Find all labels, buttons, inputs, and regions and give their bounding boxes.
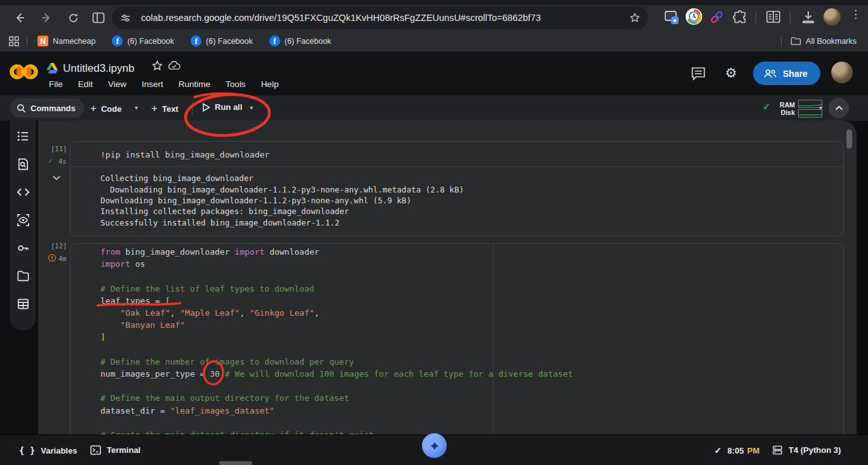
- cell1-collapse-output-button[interactable]: [53, 175, 60, 180]
- all-bookmarks-label: All Bookmarks: [806, 37, 857, 46]
- bookmark-facebook-2[interactable]: f (6) Facebook: [191, 36, 253, 46]
- share-label: Share: [783, 69, 808, 79]
- horizontal-scrollbar[interactable]: [219, 461, 252, 465]
- cell2-exec-time: 4m: [58, 255, 67, 262]
- resource-monitor[interactable]: RAM Disk: [778, 100, 822, 118]
- check-icon: ✓: [714, 445, 722, 455]
- secrets-button[interactable]: [17, 241, 30, 255]
- cell1-code[interactable]: !pip install bing_image_downloader: [71, 142, 843, 166]
- url-text[interactable]: colab.research.google.com/drive/19Q51FXC…: [141, 13, 625, 23]
- notebook-title[interactable]: Untitled3.ipynb: [63, 62, 134, 75]
- extensions-button[interactable]: [733, 10, 748, 25]
- folder-icon: [790, 36, 801, 46]
- notebook-scrollbar[interactable]: [846, 130, 852, 149]
- star-notebook-button[interactable]: [151, 60, 163, 72]
- find-replace-button[interactable]: [17, 158, 30, 171]
- bookmark-facebook-1[interactable]: f (6) Facebook: [112, 36, 174, 46]
- table-grid-icon: [17, 297, 30, 311]
- code-cell-2[interactable]: from bing_image_downloader import downlo…: [70, 243, 844, 435]
- forward-icon: [40, 11, 53, 24]
- facebook-icon: f: [269, 36, 280, 46]
- folder-icon: [17, 269, 30, 283]
- run-all-dropdown[interactable]: ▾: [250, 104, 253, 111]
- collapse-toolbar-button[interactable]: [829, 98, 849, 118]
- colab-header: Untitled3.ipynb File Edit View Insert Ru…: [0, 51, 868, 95]
- left-sidebar: [10, 121, 36, 330]
- play-icon: [202, 103, 210, 112]
- back-button[interactable]: [9, 7, 31, 29]
- colab-toolbar: Commands + Code ▾ + Text Run all ▾ ✓ RAM…: [0, 95, 868, 121]
- runtime-type-button[interactable]: T4 (Python 3): [772, 445, 841, 455]
- runtime-connected-check-icon: ✓: [763, 101, 771, 112]
- people-icon: [763, 69, 777, 79]
- bookmark-label: (6) Facebook: [285, 37, 332, 46]
- run-all-button[interactable]: Run all: [202, 102, 242, 112]
- cell1-success-check-icon: ✓: [48, 156, 53, 165]
- settings-button[interactable]: ⚙: [725, 65, 737, 81]
- bookmarks-bar: N Namecheap f (6) Facebook f (6) Faceboo…: [0, 30, 868, 52]
- menu-edit[interactable]: Edit: [78, 79, 93, 89]
- bookmark-page-button[interactable]: [625, 8, 644, 27]
- files-button[interactable]: [17, 269, 30, 283]
- reading-list-button[interactable]: [765, 10, 782, 25]
- add-text-button[interactable]: + Text: [151, 102, 179, 115]
- cell2-code[interactable]: from bing_image_downloader import downlo…: [71, 244, 843, 435]
- commands-button[interactable]: Commands: [10, 98, 85, 118]
- cell1-exec-count: [11]: [51, 145, 67, 152]
- extension-history-button[interactable]: [685, 8, 703, 25]
- key-icon: [17, 241, 30, 255]
- bookmark-label: Namecheap: [53, 37, 95, 46]
- site-settings-button[interactable]: [116, 8, 135, 27]
- save-status-button[interactable]: [168, 60, 180, 71]
- menu-view[interactable]: View: [108, 79, 126, 89]
- resource-dropdown[interactable]: ▾: [819, 104, 822, 111]
- downloads-button[interactable]: [801, 10, 816, 25]
- gemini-button[interactable]: [422, 433, 447, 458]
- share-button[interactable]: Share: [753, 62, 820, 85]
- back-icon: [13, 11, 26, 24]
- add-code-dropdown[interactable]: ▾: [135, 104, 138, 111]
- menu-tools[interactable]: Tools: [226, 79, 246, 89]
- browser-menu-button[interactable]: ⋮: [850, 8, 861, 21]
- colab-logo: [9, 62, 39, 81]
- variables-button[interactable]: { } Variables: [19, 445, 77, 455]
- bookmark-namecheap[interactable]: N Namecheap: [37, 36, 95, 46]
- reload-button[interactable]: [62, 7, 84, 29]
- notebook-content: [11] ✓ 4s !pip install bing_image_downlo…: [38, 121, 857, 435]
- scan-search-button[interactable]: [17, 213, 30, 227]
- menu-runtime[interactable]: Runtime: [179, 79, 210, 89]
- extension-link-button[interactable]: [709, 10, 724, 25]
- table-of-contents-button[interactable]: [17, 130, 30, 143]
- last-run-ampm: PM: [747, 446, 760, 455]
- colab-profile-avatar[interactable]: [831, 62, 853, 83]
- star-icon: [151, 60, 163, 72]
- add-code-button[interactable]: + Code: [90, 102, 121, 115]
- download-icon: [801, 10, 816, 25]
- forward-button[interactable]: [36, 7, 57, 29]
- all-bookmarks-button[interactable]: All Bookmarks: [790, 36, 857, 46]
- bookmarks-divider: [27, 36, 27, 46]
- facebook-icon: f: [191, 36, 201, 46]
- disk-label: Disk: [778, 109, 795, 116]
- code-cell-1[interactable]: !pip install bing_image_downloader Colle…: [70, 141, 844, 236]
- cell1-exec-time: 4s: [58, 158, 67, 165]
- code-snippets-button[interactable]: [17, 185, 30, 199]
- tables-button[interactable]: [17, 297, 30, 311]
- menu-insert[interactable]: Insert: [142, 79, 163, 89]
- terminal-button[interactable]: Terminal: [90, 445, 140, 455]
- side-panel-button[interactable]: [88, 7, 109, 29]
- apps-grid-button[interactable]: [9, 36, 19, 46]
- commands-label: Commands: [31, 104, 76, 113]
- menu-help[interactable]: Help: [261, 79, 279, 89]
- toolbar-divider: [192, 101, 193, 115]
- browser-profile-avatar[interactable]: [824, 8, 841, 25]
- extension-tab-groups-button[interactable]: [663, 10, 680, 25]
- terminal-icon: [90, 445, 101, 455]
- cell1-output: Collecting bing_image_downloader Downloa…: [71, 166, 843, 236]
- url-bar[interactable]: colab.research.google.com/drive/19Q51FXC…: [112, 6, 648, 29]
- menu-file[interactable]: File: [49, 79, 63, 89]
- bookmark-facebook-3[interactable]: f (6) Facebook: [269, 36, 332, 46]
- search-icon: [17, 104, 26, 113]
- braces-icon: { }: [19, 445, 35, 455]
- comments-button[interactable]: [691, 67, 706, 81]
